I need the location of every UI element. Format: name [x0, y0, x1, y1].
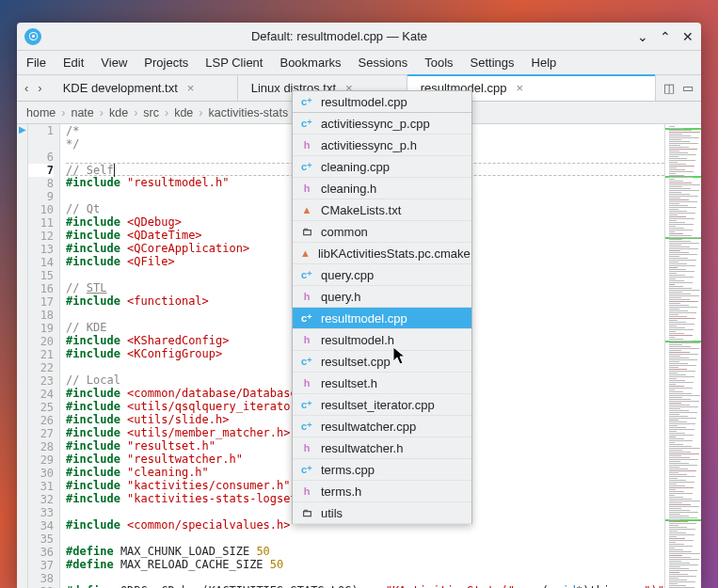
line-number[interactable]: 20	[28, 335, 54, 348]
menu-item-view[interactable]: View	[101, 56, 127, 70]
menu-item-help[interactable]: Help	[532, 56, 557, 70]
menu-item-lsp-client[interactable]: LSP Client	[205, 56, 263, 70]
menu-item-projects[interactable]: Projects	[144, 56, 188, 70]
nav-back-icon[interactable]: ‹	[24, 81, 28, 95]
line-number[interactable]: 38	[28, 572, 54, 585]
popup-item-cleaning-h[interactable]: hcleaning.h	[293, 178, 471, 199]
line-number[interactable]: 34	[28, 519, 54, 532]
popup-item-terms-h[interactable]: hterms.h	[293, 481, 471, 502]
popup-item-resultset-cpp[interactable]: c⁺resultset.cpp	[293, 351, 471, 373]
breadcrumb-segment[interactable]: nate	[71, 106, 93, 119]
line-number[interactable]: 27	[28, 427, 54, 440]
minimap[interactable]	[664, 124, 701, 588]
popup-item-query-cpp[interactable]: c⁺query.cpp	[293, 264, 471, 286]
popup-item-utils[interactable]: 🗀utils	[293, 502, 471, 524]
line-number[interactable]: 23	[28, 374, 54, 388]
menu-item-bookmarks[interactable]: Bookmarks	[279, 56, 341, 70]
popup-item-resultwatcher-h[interactable]: hresultwatcher.h	[293, 437, 471, 459]
breadcrumb-segment[interactable]: src	[143, 106, 159, 119]
popup-item-resultwatcher-cpp[interactable]: c⁺resultwatcher.cpp	[293, 416, 471, 437]
minimize-button[interactable]: ⌄	[637, 29, 648, 44]
fold-column[interactable]: ▶	[17, 124, 28, 588]
popup-item-common[interactable]: 🗀common	[293, 221, 471, 243]
line-number[interactable]: 36	[28, 546, 54, 559]
tab-close-icon[interactable]: ×	[516, 81, 523, 95]
line-number[interactable]: 25	[28, 401, 54, 414]
menu-item-file[interactable]: File	[26, 56, 46, 70]
cpp-icon: c⁺	[300, 268, 313, 281]
breadcrumb-segment[interactable]: kde	[174, 106, 193, 119]
menu-item-settings[interactable]: Settings	[471, 56, 515, 70]
popup-item-resultset-iterator-cpp[interactable]: c⁺resultset_iterator.cpp	[293, 394, 471, 416]
line-number[interactable]: 19	[28, 322, 54, 335]
breadcrumb-segment[interactable]: kactivities-stats	[208, 106, 288, 119]
code-line[interactable]	[66, 532, 664, 545]
line-number[interactable]: 32	[28, 493, 54, 506]
close-button[interactable]: ✕	[682, 29, 694, 44]
tab-trailing: ◫ ▭	[656, 75, 701, 101]
popup-item-label: resultmodel.h	[321, 333, 394, 347]
popup-item-activitiessync-p-h[interactable]: hactivitiessync_p.h	[293, 135, 471, 156]
line-number[interactable]: 12	[28, 230, 54, 243]
line-number[interactable]: 8	[28, 177, 54, 190]
line-number[interactable]: 13	[28, 243, 54, 256]
line-number[interactable]	[28, 137, 54, 151]
line-number[interactable]: 37	[28, 559, 54, 572]
chevron-right-icon: ›	[199, 106, 202, 119]
line-number[interactable]: 7	[28, 164, 54, 177]
line-number[interactable]: 17	[28, 295, 54, 309]
line-number[interactable]: 31	[28, 480, 54, 493]
line-number[interactable]: 16	[28, 282, 54, 295]
expand-icon[interactable]: ◫	[663, 81, 675, 95]
popup-item-resultset-h[interactable]: hresultset.h	[293, 373, 471, 394]
maximize-button[interactable]: ⌃	[660, 29, 671, 44]
line-number[interactable]: 18	[28, 309, 54, 322]
h-icon: h	[300, 333, 313, 346]
line-number[interactable]: 9	[28, 190, 54, 203]
cpp-icon: c⁺	[300, 160, 313, 173]
popup-item-terms-cpp[interactable]: c⁺terms.cpp	[293, 459, 471, 481]
line-number[interactable]: 10	[28, 203, 54, 216]
line-number[interactable]: 22	[28, 361, 54, 374]
code-line[interactable]: #define QDBG qCDebug(KACTIVITIES_STATS_L…	[66, 584, 664, 588]
popup-item-activitiessync-p-cpp[interactable]: c⁺activitiessync_p.cpp	[293, 113, 471, 135]
popup-item-query-h[interactable]: hquery.h	[293, 286, 471, 308]
menu-item-edit[interactable]: Edit	[63, 56, 84, 70]
tab-kde-development-txt[interactable]: KDE development.txt×	[50, 75, 238, 101]
line-number[interactable]: 1	[28, 124, 54, 137]
file-switcher-popup[interactable]: c⁺resultmodel.cppc⁺activitiessync_p.cpph…	[292, 90, 472, 524]
code-line[interactable]: #define MAX_CHUNK_LOAD_SIZE 50	[66, 545, 664, 558]
line-number[interactable]: 11	[28, 216, 54, 230]
popup-item-cmakelists-txt[interactable]: ▲CMakeLists.txt	[293, 199, 471, 221]
line-number-gutter[interactable]: 1678910111213141516171819202122232425262…	[28, 124, 60, 588]
line-number[interactable]: 14	[28, 256, 54, 269]
tab-close-icon[interactable]: ×	[187, 81, 195, 95]
line-number[interactable]: 15	[28, 269, 54, 282]
popup-item-resultmodel-h[interactable]: hresultmodel.h	[293, 329, 471, 351]
line-number[interactable]: 24	[28, 388, 54, 401]
line-number[interactable]: 21	[28, 348, 54, 361]
cpp-icon: c⁺	[300, 311, 313, 325]
grid-icon[interactable]: ▭	[682, 81, 694, 95]
line-number[interactable]: 30	[28, 467, 54, 480]
h-icon: h	[300, 138, 313, 151]
nav-forward-icon[interactable]: ›	[38, 81, 41, 95]
line-number[interactable]: 29	[28, 453, 54, 467]
menu-item-sessions[interactable]: Sessions	[359, 56, 408, 70]
popup-item-resultmodel-cpp[interactable]: c⁺resultmodel.cpp	[293, 91, 471, 113]
line-number[interactable]: 28	[28, 440, 54, 453]
code-line[interactable]	[66, 571, 664, 584]
line-number[interactable]: 26	[28, 414, 54, 427]
fold-marker-icon[interactable]: ▶	[19, 124, 26, 135]
line-number[interactable]: 35	[28, 532, 54, 546]
popup-item-libkactivitiesstats-pc-cmake[interactable]: ▲libKActivitiesStats.pc.cmake	[293, 243, 471, 264]
titlebar: ⦿ Default: resultmodel.cpp — Kate ⌄ ⌃ ✕	[17, 23, 701, 51]
popup-item-cleaning-cpp[interactable]: c⁺cleaning.cpp	[293, 156, 471, 178]
code-line[interactable]: #define MAX_RELOAD_CACHE_SIZE 50	[66, 558, 664, 571]
menu-item-tools[interactable]: Tools	[424, 56, 453, 70]
line-number[interactable]: 33	[28, 506, 54, 519]
breadcrumb-segment[interactable]: kde	[109, 106, 128, 119]
line-number[interactable]: 6	[28, 151, 54, 164]
breadcrumb-segment[interactable]: home	[26, 106, 56, 119]
popup-item-resultmodel-cpp[interactable]: c⁺resultmodel.cpp	[293, 308, 471, 329]
